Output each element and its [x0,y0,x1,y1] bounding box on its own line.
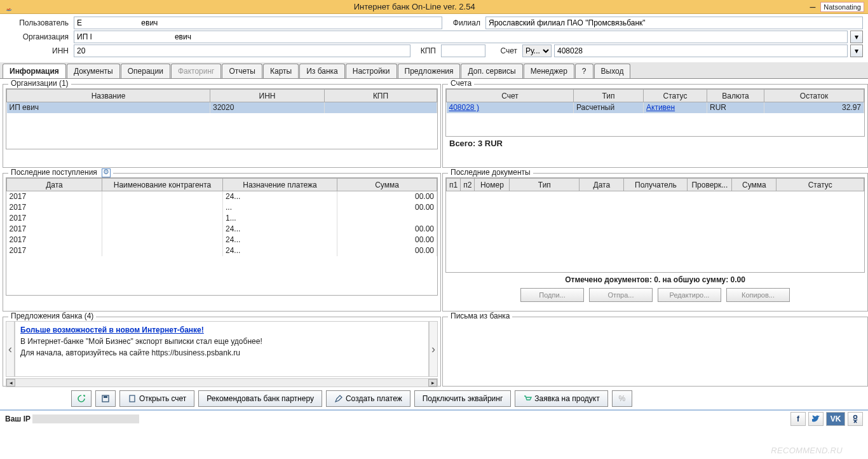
branch-field[interactable] [485,17,863,29]
tab-операции[interactable]: Операции [121,64,170,78]
tab-менеджер[interactable]: Менеджер [524,64,574,78]
tab-факторинг[interactable]: Факторинг [171,64,222,78]
acquiring-button[interactable]: Подключить эквайринг [414,390,512,407]
window-title: Интернет банк On-Line ver. 2.54 [19,2,810,11]
offers-next-button[interactable]: › [429,321,438,377]
tab-?[interactable]: ? [575,64,593,78]
table-row[interactable]: 2017 24... 00.00 [7,224,437,235]
col-inn[interactable]: ИНН [210,90,325,102]
offer-link[interactable]: Больше возможностей в новом Интернет-бан… [20,325,204,334]
status-bar: Ваш IP XXXXXXXXXXXXXXXXXXXXX f VK RECOMM… [0,409,868,427]
offers-scrollbar[interactable]: ◂▸ [6,378,438,387]
col-sum[interactable]: Сумма [732,179,776,191]
branch-label: Филиал [445,18,483,27]
documents-table[interactable]: п1 п2 Номер Тип Дата Получатель Проверк.… [446,178,864,191]
col-num[interactable]: Номер [475,179,510,191]
col-type[interactable]: Тип [510,179,580,191]
col-sum[interactable]: Сумма [337,179,437,191]
accounts-panel: Счета Счет Тип Статус Валюта Остаток 408… [442,84,868,168]
save-button[interactable] [95,390,116,407]
tab-предложения[interactable]: Предложения [398,64,461,78]
inn-label: ИНН [5,46,71,55]
tab-выход[interactable]: Выход [594,64,631,78]
user-tag: Natsonating [820,2,864,12]
java-icon [4,2,14,12]
org-field[interactable] [74,31,848,43]
incoming-panel: Последние поступления Дата Наименование … [3,173,441,312]
table-row[interactable]: 2017 24... 00.00 [7,235,437,245]
col-purpose[interactable]: Назначение платежа [223,179,337,191]
accounts-table[interactable]: Счет Тип Статус Валюта Остаток 408028 ) … [446,89,864,113]
col-curr[interactable]: Валюта [707,90,764,102]
tab-информация[interactable]: Информация [3,64,66,78]
col-date[interactable]: Дата [7,179,102,191]
svg-point-3 [854,416,857,419]
vk-icon[interactable]: VK [826,412,845,426]
offers-prev-button[interactable]: ‹ [6,321,15,377]
tab-отчеты[interactable]: Отчеты [222,64,262,78]
svg-rect-2 [130,395,135,402]
open-account-button[interactable]: Открыть счет [119,390,194,407]
tab-настройки[interactable]: Настройки [346,64,397,78]
table-row[interactable]: 2017 1... [7,213,437,224]
table-row[interactable]: 2017 24... 00.00 [7,245,437,256]
inn-field[interactable] [74,45,410,57]
col-contragent[interactable]: Наименование контрагента [102,179,223,191]
col-name[interactable]: Название [7,90,210,102]
offer-content: Больше возможностей в новом Интернет-бан… [15,321,429,377]
product-request-button[interactable]: Заявка на продукт [515,390,607,407]
col-balance[interactable]: Остаток [764,90,864,102]
edit-button[interactable]: Редактиро... [658,288,721,302]
kpp-label: КПП [413,46,438,55]
send-button[interactable]: Отпра... [589,288,653,302]
kpp-field[interactable] [441,45,485,57]
col-p1[interactable]: п1 [447,179,461,191]
organizations-panel: Организации (1) Название ИНН КПП ИП евич… [3,84,441,168]
tab-карты[interactable]: Карты [263,64,299,78]
col-date[interactable]: Дата [580,179,624,191]
social-icons: f VK [790,412,863,426]
refresh-button[interactable] [71,390,92,407]
table-row[interactable]: 2017 24... 00.00 [7,191,437,202]
accounts-total: Всего: 3 RUR [445,137,865,150]
col-check[interactable]: Проверк... [688,179,732,191]
create-payment-button[interactable]: Создать платеж [326,390,410,407]
mail-title: Письма из банка [448,312,512,320]
col-p2[interactable]: п2 [461,179,475,191]
col-kpp[interactable]: КПП [325,90,437,102]
col-status[interactable]: Статус [644,90,707,102]
acct-number-field[interactable] [554,45,848,57]
watermark: RECOMMEND.RU [771,446,843,455]
table-row[interactable]: ИП евич 32020 [7,102,437,113]
col-status[interactable]: Статус [776,179,864,191]
ok-icon[interactable] [848,412,863,426]
account-link[interactable]: 408028 ) [449,103,479,112]
tab-документы[interactable]: Документы [67,64,120,78]
status-link[interactable]: Активен [646,103,675,112]
copy-button[interactable]: Копиров... [726,288,790,302]
twitter-icon[interactable] [808,412,824,426]
user-field[interactable] [74,17,442,29]
table-row[interactable]: 408028 ) Расчетный Активен RUR 32.97 [447,102,864,113]
minimize-button[interactable]: – [810,1,815,13]
facebook-icon[interactable]: f [790,412,806,426]
incoming-table[interactable]: Дата Наименование контрагента Назначение… [6,178,437,256]
save-icon [101,394,110,403]
col-recv[interactable]: Получатель [624,179,688,191]
documents-summary: Отмечено документов: 0. на обшую сумму: … [445,273,865,287]
org-dropdown-button[interactable]: ▾ [850,31,863,43]
col-type[interactable]: Тип [574,90,644,102]
main-content: Организации (1) Название ИНН КПП ИП евич… [0,79,868,388]
col-acct[interactable]: Счет [447,90,574,102]
table-row[interactable]: 2017 ... 00.00 [7,202,437,213]
gear-icon[interactable] [102,168,111,177]
percent-button[interactable]: % [612,390,632,407]
acct-dropdown-button[interactable]: ▾ [850,45,863,57]
user-label: Пользователь [5,18,71,27]
acct-currency-select[interactable]: Ру... [522,45,552,57]
recommend-button[interactable]: Рекомендовать банк партнеру [198,390,322,407]
tab-доп. сервисы[interactable]: Доп. сервисы [461,64,522,78]
tab-из банка[interactable]: Из банка [299,64,345,78]
sign-button[interactable]: Подпи... [520,288,584,302]
organizations-table[interactable]: Название ИНН КПП ИП евич 32020 [6,89,437,113]
